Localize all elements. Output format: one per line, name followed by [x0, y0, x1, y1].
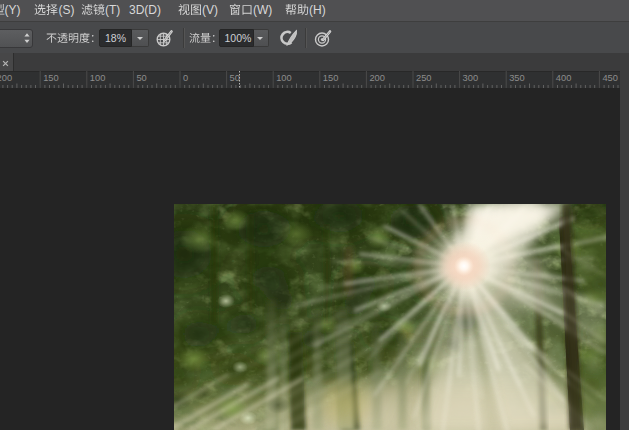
svg-text:200: 200: [0, 73, 12, 83]
svg-text:450: 450: [602, 73, 618, 83]
svg-text:50: 50: [230, 73, 240, 83]
svg-text:150: 150: [323, 73, 339, 83]
svg-text:0: 0: [183, 73, 188, 83]
svg-text:150: 150: [43, 73, 59, 83]
svg-text:100: 100: [90, 73, 106, 83]
svg-text:100: 100: [276, 73, 292, 83]
svg-text:350: 350: [509, 73, 525, 83]
svg-text:200: 200: [369, 73, 385, 83]
svg-text:300: 300: [463, 73, 479, 83]
svg-text:250: 250: [416, 73, 432, 83]
svg-text:50: 50: [136, 73, 146, 83]
svg-text:400: 400: [556, 73, 572, 83]
